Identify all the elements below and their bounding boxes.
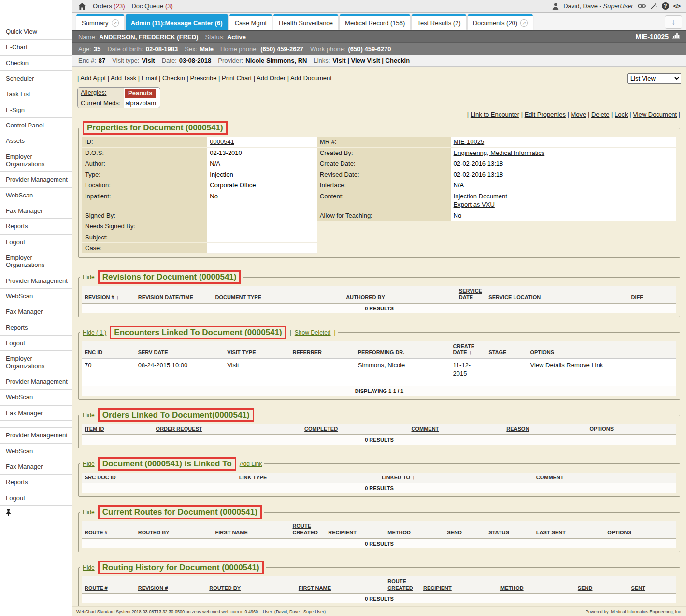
column-header-stage[interactable]: STAGE <box>486 341 528 359</box>
sidebar-item-logout[interactable]: Logout <box>0 235 72 250</box>
sidebar-item-fax-manager[interactable]: Fax Manager <box>0 304 72 320</box>
sidebar-item-webscan[interactable]: WebScan <box>0 390 72 405</box>
column-header-revision-date-time[interactable]: REVISION DATE/TIME <box>136 286 213 303</box>
action-add-task[interactable]: Add Task <box>111 74 136 82</box>
hide-toggle[interactable]: Hide <box>83 274 95 280</box>
sidebar-item-webscan[interactable]: WebScan <box>0 188 72 203</box>
med-alprazolam[interactable]: alprazolam <box>125 99 156 107</box>
column-header-serv-date[interactable]: SERV DATE <box>136 341 225 359</box>
column-header-method[interactable]: METHOD <box>385 521 444 538</box>
tab-health-surveillance[interactable]: Health Surveillance <box>273 14 338 30</box>
hide-toggle[interactable]: Hide ( 1 ) <box>83 329 106 336</box>
tab-documents-20[interactable]: Documents (20)↗ <box>468 14 533 30</box>
action-print-chart[interactable]: Print Chart <box>222 74 252 82</box>
nav-orders[interactable]: Orders (23) <box>93 2 125 10</box>
column-header-send[interactable]: SEND <box>575 576 629 594</box>
sidebar-pin-item[interactable] <box>0 506 72 521</box>
column-header-method[interactable]: METHOD <box>498 576 575 594</box>
sidebar-item-employer-organizations[interactable]: Employer Organizations <box>0 250 72 273</box>
column-header-service-date[interactable]: SERVICE DATE <box>457 286 486 303</box>
wand-icon[interactable] <box>650 2 657 10</box>
nav-doc-queue[interactable]: Doc Queue (3) <box>131 2 172 10</box>
column-header-comment[interactable]: COMMENT <box>409 424 504 434</box>
sidebar-item-checkin[interactable]: Checkin <box>0 56 72 71</box>
sidebar-item-e-chart[interactable]: E-Chart <box>0 40 72 55</box>
column-header-first-name[interactable]: FIRST NAME <box>296 576 386 594</box>
column-header-routed-by[interactable]: ROUTED BY <box>207 576 296 594</box>
column-header-authored-by[interactable]: AUTHORED BY <box>343 286 457 303</box>
sidebar-item-logout[interactable]: Logout <box>0 336 72 351</box>
column-header-linked-to[interactable]: LINKED TO↓ <box>379 473 534 483</box>
column-header-completed[interactable]: COMPLETED <box>302 424 409 434</box>
column-header-enc-id[interactable]: ENC ID <box>82 341 136 359</box>
allergy-peanuts[interactable]: Peanuts <box>125 89 156 98</box>
sidebar-item-provider-management[interactable]: Provider Management <box>0 374 72 390</box>
column-header-item-id[interactable]: ITEM ID <box>82 424 154 434</box>
column-header-recipient[interactable]: RECIPIENT <box>326 521 385 538</box>
tab-case-mgmt[interactable]: Case Mgmt <box>229 14 272 30</box>
sidebar-item-reports[interactable]: Reports <box>0 320 72 336</box>
sidebar-item-fax-manager[interactable]: Fax Manager <box>0 459 72 475</box>
action-add-appt[interactable]: Add Appt <box>80 74 106 82</box>
sidebar-item-assets[interactable]: Assets <box>0 133 72 149</box>
column-header-route-created[interactable]: ROUTE CREATED <box>385 576 421 594</box>
doc-action-edit-properties[interactable]: Edit Properties <box>525 111 566 118</box>
doc-action-link-to-encounter[interactable]: Link to Encounter <box>471 111 519 118</box>
code-icon[interactable]: </> <box>673 3 680 10</box>
column-header-sent[interactable]: SENT <box>629 576 676 594</box>
hide-toggle[interactable]: Hide <box>83 564 95 571</box>
column-header-route[interactable]: ROUTE # <box>82 521 136 538</box>
action-email[interactable]: Email <box>142 74 157 82</box>
encounter-link-checkin[interactable]: Checkin <box>386 57 410 64</box>
sidebar-item-employer-organizations[interactable]: Employer Organizations <box>0 351 72 374</box>
column-header-src-doc-id[interactable]: SRC DOC ID <box>82 473 237 483</box>
column-header-comment[interactable]: COMMENT <box>534 473 676 483</box>
sidebar-item-fax-manager[interactable]: Fax Manager <box>0 203 72 219</box>
doc-action-move[interactable]: Move <box>571 111 586 118</box>
scroll-down-button[interactable]: ↓ <box>665 15 682 29</box>
sidebar-item-provider-management[interactable]: Provider Management <box>0 428 72 443</box>
encounter-link-view-visit[interactable]: View Visit <box>351 57 380 64</box>
sidebar-item-employer-organizations[interactable]: Employer Organizations <box>0 149 72 172</box>
sidebar-item-reports[interactable]: Reports <box>0 219 72 234</box>
hide-toggle[interactable]: Hide <box>83 461 95 467</box>
column-header-order-request[interactable]: ORDER REQUEST <box>154 424 302 434</box>
prop-value-link[interactable]: Injection Document <box>454 193 507 200</box>
chart-icon[interactable] <box>672 32 680 41</box>
column-header-visit-type[interactable]: VISIT TYPE <box>225 341 290 359</box>
column-header-revision[interactable]: REVISION #↓ <box>82 286 136 303</box>
sidebar-item-provider-management[interactable]: Provider Management <box>0 273 72 289</box>
sidebar-item-item[interactable]: - <box>0 421 72 428</box>
tab-medical-record-156[interactable]: Medical Record (156) <box>340 14 410 30</box>
link-icon[interactable] <box>638 3 646 9</box>
column-header-send[interactable]: SEND <box>444 521 486 538</box>
link-add-link[interactable]: Add Link <box>240 461 262 467</box>
column-header-create-date[interactable]: CREATE DATE↓ <box>451 341 486 359</box>
column-header-reason[interactable]: REASON <box>504 424 587 434</box>
column-header-referrer[interactable]: REFERRER <box>290 341 355 359</box>
action-prescribe[interactable]: Prescribe <box>190 74 217 82</box>
column-header-route[interactable]: ROUTE # <box>82 576 136 594</box>
sidebar-item-fax-manager[interactable]: Fax Manager <box>0 406 72 421</box>
prop-value-link[interactable]: MIE-10025 <box>454 138 485 145</box>
sidebar-item-e-sign[interactable]: E-Sign <box>0 102 72 118</box>
sidebar-item-webscan[interactable]: WebScan <box>0 444 72 459</box>
current-meds-link[interactable]: Current Meds: <box>81 99 120 107</box>
column-header-route-created[interactable]: ROUTE CREATED <box>290 521 326 538</box>
column-header-performing-dr[interactable]: PERFORMING DR. <box>356 341 451 359</box>
action-checkin[interactable]: Checkin <box>162 74 185 82</box>
action-add-document[interactable]: Add Document <box>290 74 332 82</box>
allergies-link[interactable]: Allergies: <box>81 89 106 96</box>
column-header-last-sent[interactable]: LAST SENT <box>534 521 605 538</box>
home-icon[interactable] <box>78 3 86 10</box>
column-header-link-type[interactable]: LINK TYPE <box>237 473 379 483</box>
prop-value-link[interactable]: 0000541 <box>210 138 234 145</box>
encounter-link-visit[interactable]: Visit <box>332 57 345 64</box>
column-header-status[interactable]: STATUS <box>486 521 533 538</box>
sidebar-item-scheduler[interactable]: Scheduler <box>0 71 72 86</box>
doc-action-lock[interactable]: Lock <box>615 111 628 118</box>
popout-icon[interactable]: ↗ <box>112 19 119 27</box>
tab-summary[interactable]: Summary↗ <box>76 14 124 30</box>
doc-action-delete[interactable]: Delete <box>591 111 610 118</box>
popout-icon[interactable]: ↗ <box>520 19 528 27</box>
